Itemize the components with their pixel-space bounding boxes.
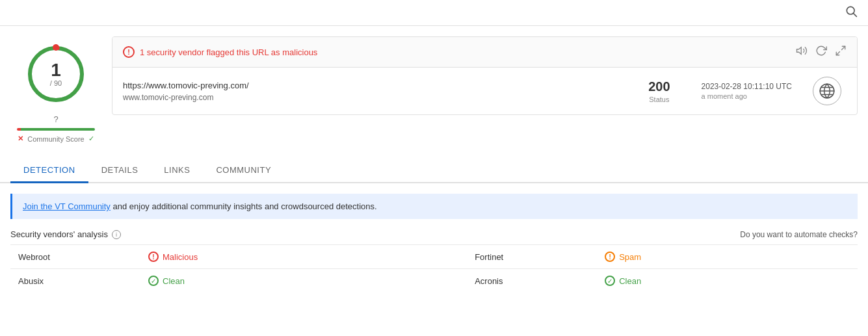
verdict-malicious: ! Malicious xyxy=(148,252,459,262)
analysis-title-text: Security vendors' analysis xyxy=(10,229,108,239)
clean-label-acronis: Clean xyxy=(619,276,641,286)
score-check-icon: ✓ xyxy=(88,135,94,143)
community-link[interactable]: Join the VT Community xyxy=(23,201,111,211)
score-labels: ✕ Community Score ✓ xyxy=(18,135,94,143)
automate-text: Do you want to automate checks? xyxy=(740,230,858,239)
tabs-container: DETECTION DETAILS LINKS COMMUNITY xyxy=(0,159,868,183)
main-layout: 1 / 90 ? ✕ Community Score ✓ ! 1 securit… xyxy=(0,26,868,153)
score-question: ? xyxy=(53,114,58,124)
score-circle: 1 / 90 xyxy=(23,42,88,107)
verdict-spam: ! Spam xyxy=(605,252,850,262)
alert-message: 1 security vendor flagged this URL as ma… xyxy=(140,47,317,57)
score-dot xyxy=(53,44,59,51)
table-row: Webroot ! Malicious Fortinet ! Spam xyxy=(10,245,858,269)
url-block: https://www.tomovic-preving.com/ www.tom… xyxy=(112,68,857,114)
community-banner-text: and enjoy additional community insights … xyxy=(111,201,377,211)
globe-icon xyxy=(813,77,841,105)
datetime-relative: a moment ago xyxy=(702,92,792,100)
top-bar xyxy=(0,0,868,26)
verdict-acronis: ✓ Clean xyxy=(597,269,858,293)
url-info: https://www.tomovic-preving.com/ www.tom… xyxy=(123,81,627,102)
alert-header: ! 1 security vendor flagged this URL as … xyxy=(112,37,857,68)
score-number: 1 xyxy=(50,61,62,79)
vendor-name-fortinet: Fortinet xyxy=(467,245,597,269)
verdict-clean-acronis: ✓ Clean xyxy=(605,276,850,286)
status-block: 200 Status xyxy=(638,79,680,103)
verdict-webroot: ! Malicious xyxy=(140,245,467,269)
vendor-name-acronis: Acronis xyxy=(467,269,597,293)
analysis-title: Security vendors' analysis i xyxy=(10,229,121,239)
score-text: 1 / 90 xyxy=(50,61,62,87)
status-code: 200 xyxy=(648,79,670,94)
clean-icon-abusix: ✓ xyxy=(148,276,159,286)
score-x-icon: ✕ xyxy=(18,135,23,143)
malicious-icon: ! xyxy=(148,252,159,262)
vendor-name-abusix: Abusix xyxy=(10,269,140,293)
svg-line-7 xyxy=(836,52,839,55)
audio-icon[interactable] xyxy=(796,45,808,59)
verdict-abusix: ✓ Clean xyxy=(140,269,467,293)
clean-icon-acronis: ✓ xyxy=(605,276,615,286)
score-bar xyxy=(17,128,95,131)
score-denominator: / 90 xyxy=(50,79,62,87)
verdict-clean-abusix: ✓ Clean xyxy=(148,276,459,286)
community-score-label: Community Score xyxy=(27,135,84,143)
analysis-table: Webroot ! Malicious Fortinet ! Spam Abus… xyxy=(10,244,858,292)
clean-label-abusix: Clean xyxy=(163,276,185,286)
alert-icon: ! xyxy=(123,46,135,58)
tab-details[interactable]: DETAILS xyxy=(88,159,151,183)
verdict-fortinet: ! Spam xyxy=(597,245,858,269)
svg-marker-5 xyxy=(797,47,802,55)
url-main: https://www.tomovic-preving.com/ xyxy=(123,81,627,90)
spam-icon: ! xyxy=(605,252,615,262)
expand-icon[interactable] xyxy=(835,45,847,59)
datetime-main: 2023-02-28 10:11:10 UTC xyxy=(702,82,792,91)
svg-line-1 xyxy=(854,14,857,17)
tab-links[interactable]: LINKS xyxy=(151,159,203,183)
datetime-block: 2023-02-28 10:11:10 UTC a moment ago xyxy=(691,82,802,100)
spam-label: Spam xyxy=(619,252,641,262)
tab-detection[interactable]: DETECTION xyxy=(10,159,88,183)
analysis-header: Security vendors' analysis i Do you want… xyxy=(0,219,868,244)
url-alt: www.tomovic-preving.com xyxy=(123,93,627,102)
community-banner: Join the VT Community and enjoy addition… xyxy=(10,194,858,219)
malicious-label: Malicious xyxy=(163,252,198,262)
info-icon[interactable]: i xyxy=(112,230,121,239)
alert-title: ! 1 security vendor flagged this URL as … xyxy=(123,46,317,58)
svg-line-6 xyxy=(842,46,845,49)
table-row: Abusix ✓ Clean Acronis ✓ Clean xyxy=(10,269,858,293)
vendor-name-webroot: Webroot xyxy=(10,245,140,269)
status-label: Status xyxy=(648,96,670,103)
score-panel: 1 / 90 ? ✕ Community Score ✓ xyxy=(10,36,101,143)
action-icons xyxy=(796,45,847,59)
search-button[interactable] xyxy=(845,5,858,21)
refresh-icon[interactable] xyxy=(815,45,827,59)
tab-community[interactable]: COMMUNITY xyxy=(203,159,284,183)
info-panel: ! 1 security vendor flagged this URL as … xyxy=(112,36,858,115)
